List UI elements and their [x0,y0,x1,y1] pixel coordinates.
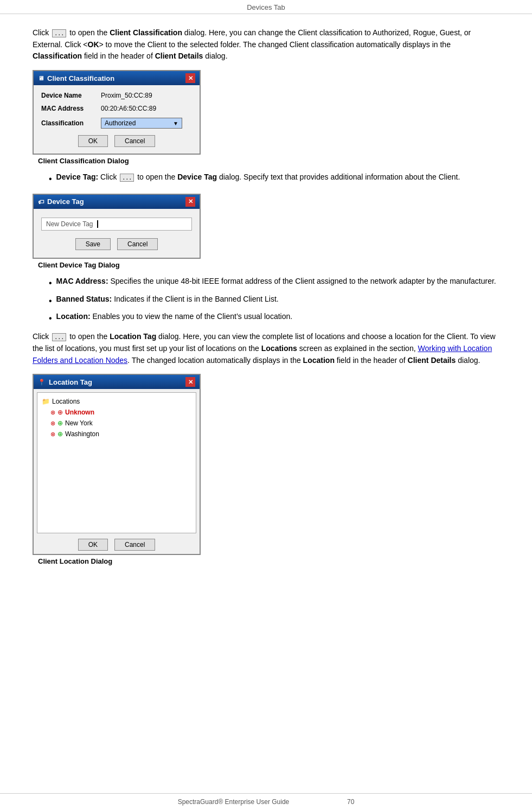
device-tag-input-label: New Device Tag [46,220,93,228]
location-type-icon: ⊗ [50,420,55,427]
location-close-btn[interactable]: ✕ [185,377,195,387]
device-tag-input-row[interactable]: New Device Tag [41,218,192,231]
dialog-title-text: Client Classification [47,74,114,82]
mac-address-bullet: • MAC Address: Specifies the unique 48-b… [49,276,499,290]
location-title-icon: 📍 [38,379,46,386]
device-name-label: Device Name [41,92,101,99]
device-name-row: Device Name Proxim_50:CC:89 [41,92,192,99]
device-tag-bullet: • Device Tag: Click ... to open the Devi… [49,171,499,186]
device-name-value: Proxim_50:CC:89 [101,92,152,99]
save-button[interactable]: Save [75,238,111,250]
location-body-wrap: 📁 Locations ⊗ ⊕ Unknown ⊗ ⊕ New York ⊗ [34,389,200,554]
location-root-folder[interactable]: 📁 Locations [41,396,193,407]
mac-value: 00:20:A6:50:CC:89 [101,105,156,112]
device-tag-dialog: 🏷 Device Tag ✕ New Device Tag Save Cance… [33,194,201,259]
location-paragraph: Click ... to open the Location Tag dialo… [33,331,499,366]
location-cancel-button[interactable]: Cancel [114,539,155,551]
classification-caption: Client Classification Dialog [38,157,499,165]
device-tag-title-text: Device Tag [47,197,84,206]
cancel-button[interactable]: Cancel [114,135,155,147]
root-folder-label: Locations [52,398,80,405]
banned-status-bullet: • Banned Status: Indicates if the Client… [49,294,499,308]
bullets-section: • MAC Address: Specifies the unique 48-b… [49,276,499,326]
location-dialog-buttons: OK Cancel [37,539,196,551]
dialog-buttons: OK Cancel [41,135,192,147]
page-header: Devices Tab [0,0,532,14]
location-icon: ⊕ [57,419,63,427]
intro-paragraph: Click ... to open the Client Classificat… [33,27,499,62]
classification-select[interactable]: Authorized ▼ [101,118,182,129]
client-classification-dialog: 🖥 Client Classification ✕ Device Name Pr… [33,70,201,155]
classification-row: Classification Authorized ▼ [41,118,192,129]
location-type-icon: ⊗ [50,409,55,416]
device-tag-buttons: Save Cancel [41,238,192,250]
mac-label: MAC Address [41,105,101,112]
location-tree: 📁 Locations ⊗ ⊕ Unknown ⊗ ⊕ New York ⊗ [37,392,196,533]
cancel-button[interactable]: Cancel [117,238,158,250]
location-type-icon: ⊗ [50,431,55,438]
location-titlebar: 📍 Location Tag ✕ [34,375,200,389]
location-tag-open-btn[interactable]: ... [52,333,66,341]
dialog-close-btn[interactable]: ✕ [185,73,195,83]
device-tag-title-icon: 🏷 [38,199,44,205]
bullet-dot: • [49,312,52,326]
location-item-newyork[interactable]: ⊗ ⊕ New York [41,418,193,429]
location-tag-dialog: 📍 Location Tag ✕ 📁 Locations ⊗ ⊕ Unknown [33,374,201,555]
washington-label: Washington [65,430,99,438]
bullet-dot: • [49,277,52,290]
classification-open-btn[interactable]: ... [52,29,66,37]
device-tag-caption: Client Device Tag Dialog [38,261,499,269]
text-cursor [97,220,98,228]
location-bullet: • Location: Enables you to view the name… [49,311,499,326]
location-title-text: Location Tag [49,378,92,386]
folder-icon: 📁 [42,398,50,405]
newyork-label: New York [65,419,93,427]
dialog-title-icon: 🖥 [38,75,44,81]
chevron-down-icon: ▼ [173,120,178,126]
location-icon: ⊕ [57,430,63,438]
bullet-dot: • [49,295,52,308]
dialog-titlebar: 🖥 Client Classification ✕ [34,71,200,85]
device-tag-body: New Device Tag Save Cancel [34,209,200,258]
footer-text: SpectraGuard® Enterprise User Guide [178,798,290,806]
dialog-body: Device Name Proxim_50:CC:89 MAC Address … [34,85,200,154]
device-tag-titlebar: 🏷 Device Tag ✕ [34,195,200,209]
device-tag-section: • Device Tag: Click ... to open the Devi… [49,171,499,186]
device-tag-open-btn[interactable]: ... [120,174,134,182]
unknown-label: Unknown [65,409,94,416]
device-tag-close-btn[interactable]: ✕ [185,197,195,207]
classification-select-value: Authorized [105,119,136,127]
location-ok-button[interactable]: OK [78,539,108,551]
page-number: 70 [347,798,354,806]
location-item-washington[interactable]: ⊗ ⊕ Washington [41,429,193,439]
page-footer: SpectraGuard® Enterprise User Guide 70 [0,793,532,810]
location-caption: Client Location Dialog [38,557,499,565]
location-icon: ⊕ [57,409,63,416]
mac-address-row: MAC Address 00:20:A6:50:CC:89 [41,105,192,112]
bullet-dot: • [49,173,52,186]
ok-button[interactable]: OK [78,135,108,147]
classification-label: Classification [41,119,101,127]
location-item-unknown[interactable]: ⊗ ⊕ Unknown [41,407,193,418]
